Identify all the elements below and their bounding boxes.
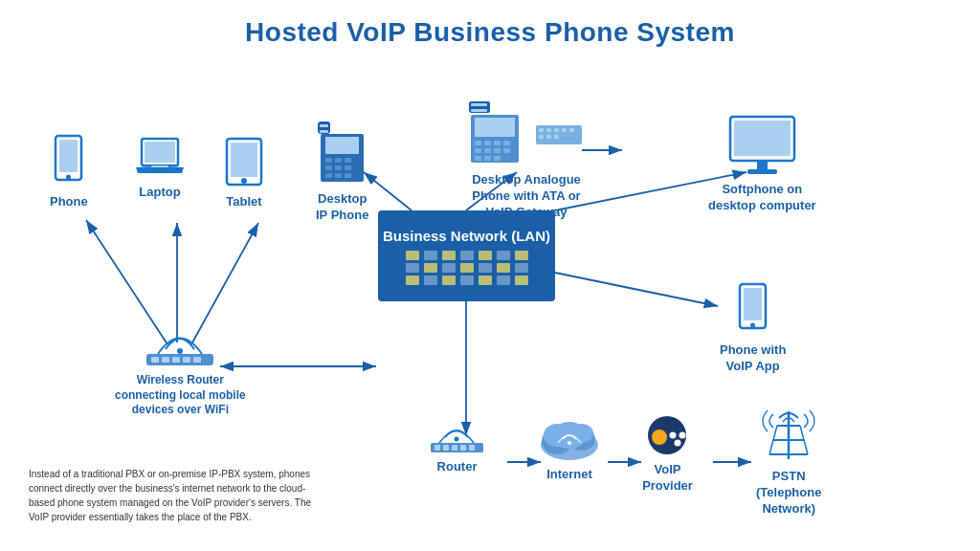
- device-voip-provider: VoIPProvider: [636, 414, 699, 495]
- svg-rect-50: [471, 103, 487, 106]
- svg-point-90: [652, 430, 667, 445]
- svg-rect-73: [193, 357, 201, 363]
- svg-rect-35: [320, 124, 328, 127]
- svg-point-81: [455, 437, 459, 442]
- svg-point-23: [241, 178, 247, 184]
- svg-rect-28: [345, 158, 351, 163]
- svg-rect-36: [320, 130, 328, 133]
- svg-line-9: [555, 273, 718, 306]
- laptop-label: Laptop: [139, 185, 180, 201]
- softphone-label: Softphone ondesktop computer: [708, 182, 816, 214]
- svg-point-17: [66, 175, 71, 180]
- svg-rect-39: [475, 141, 481, 145]
- device-router-bottom: Router: [426, 416, 488, 475]
- svg-rect-45: [494, 148, 501, 153]
- device-desktop-ip: DesktopIP Phone: [316, 120, 368, 224]
- svg-point-88: [568, 441, 571, 445]
- svg-point-87: [570, 424, 593, 443]
- page-container: Hosted VoIP Business Phone System: [0, 0, 980, 551]
- svg-rect-59: [546, 135, 551, 139]
- svg-rect-41: [494, 141, 501, 145]
- svg-rect-44: [484, 148, 491, 153]
- svg-rect-20: [151, 165, 168, 167]
- svg-rect-26: [325, 158, 332, 163]
- svg-rect-42: [503, 141, 510, 145]
- page-title: Hosted VoIP Business Phone System: [0, 0, 980, 55]
- svg-rect-54: [546, 128, 551, 132]
- svg-rect-49: [494, 156, 501, 161]
- desktop-ip-label: DesktopIP Phone: [316, 191, 368, 224]
- svg-rect-33: [335, 173, 342, 178]
- phone-label: Phone: [50, 194, 88, 210]
- svg-rect-52: [536, 125, 582, 144]
- svg-rect-25: [325, 137, 359, 154]
- device-laptop: Laptop: [136, 137, 184, 201]
- main-diagram: Phone Laptop Tablet: [0, 62, 980, 551]
- svg-rect-56: [562, 128, 567, 132]
- svg-line-6: [364, 172, 412, 210]
- svg-rect-77: [443, 445, 449, 451]
- device-tablet: Tablet: [224, 137, 264, 210]
- device-wireless-router: Wireless Routerconnecting local mobilede…: [115, 320, 246, 418]
- voip-provider-label: VoIPProvider: [642, 462, 693, 495]
- business-network-label: Business Network (LAN): [383, 227, 550, 246]
- svg-rect-69: [151, 357, 159, 363]
- svg-rect-63: [757, 161, 768, 170]
- svg-rect-72: [183, 357, 190, 363]
- svg-rect-16: [59, 140, 78, 172]
- svg-rect-66: [744, 288, 762, 320]
- svg-rect-53: [539, 128, 544, 132]
- svg-rect-79: [460, 445, 466, 451]
- device-voip-app: Phone withVoIP App: [720, 282, 786, 375]
- svg-rect-32: [325, 173, 332, 178]
- svg-rect-34: [345, 173, 351, 178]
- svg-rect-55: [554, 128, 559, 132]
- svg-rect-40: [484, 141, 491, 145]
- svg-rect-43: [475, 148, 481, 153]
- svg-rect-80: [469, 445, 475, 451]
- svg-rect-70: [162, 357, 169, 363]
- device-phone: Phone: [50, 134, 88, 210]
- svg-rect-30: [335, 165, 342, 170]
- svg-rect-62: [734, 121, 791, 156]
- business-network: Business Network (LAN): [378, 210, 555, 301]
- svg-rect-22: [231, 143, 257, 177]
- svg-rect-76: [434, 445, 440, 451]
- svg-point-67: [750, 323, 755, 328]
- svg-rect-60: [554, 135, 559, 139]
- svg-rect-29: [325, 165, 332, 170]
- svg-rect-64: [747, 169, 777, 174]
- svg-rect-47: [475, 156, 481, 161]
- svg-point-74: [177, 348, 183, 354]
- svg-rect-19: [145, 142, 175, 163]
- svg-rect-71: [172, 357, 180, 363]
- pstn-label: PSTN(TelephoneNetwork): [756, 469, 821, 518]
- svg-rect-51: [471, 109, 487, 112]
- router-bottom-label: Router: [437, 459, 478, 475]
- svg-rect-38: [475, 118, 515, 137]
- voip-app-label: Phone withVoIP App: [720, 342, 786, 375]
- internet-label: Internet: [546, 467, 592, 483]
- svg-rect-27: [335, 158, 342, 163]
- svg-point-93: [675, 440, 681, 447]
- device-pstn: PSTN(TelephoneNetwork): [756, 407, 821, 518]
- svg-point-92: [679, 432, 686, 439]
- svg-point-91: [670, 432, 677, 439]
- svg-rect-58: [539, 135, 544, 139]
- wireless-router-label: Wireless Routerconnecting local mobilede…: [115, 373, 246, 418]
- svg-rect-78: [452, 445, 457, 451]
- device-analogue: Desktop AnaloguePhone with ATA orVoIP Ga…: [469, 100, 584, 221]
- svg-rect-31: [345, 165, 351, 170]
- device-internet: Internet: [536, 414, 603, 483]
- info-text: Instead of a traditional PBX or on-premi…: [29, 467, 316, 524]
- svg-rect-46: [503, 148, 510, 153]
- tablet-label: Tablet: [226, 194, 261, 210]
- svg-rect-48: [484, 156, 491, 161]
- svg-rect-57: [569, 128, 574, 132]
- device-softphone: Softphone ondesktop computer: [708, 115, 816, 214]
